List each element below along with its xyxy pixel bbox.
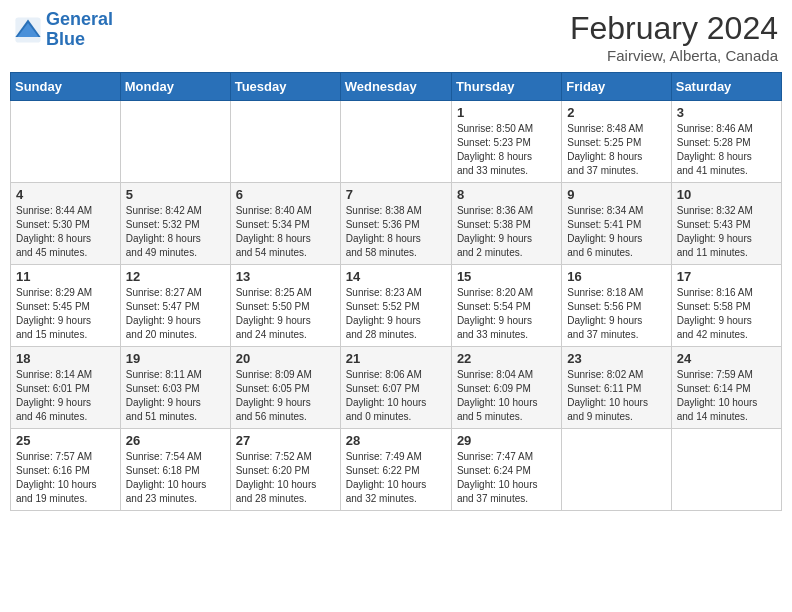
day-number: 19 <box>126 351 225 366</box>
calendar-cell: 23Sunrise: 8:02 AM Sunset: 6:11 PM Dayli… <box>562 347 671 429</box>
day-info: Sunrise: 7:47 AM Sunset: 6:24 PM Dayligh… <box>457 450 556 506</box>
calendar-cell: 14Sunrise: 8:23 AM Sunset: 5:52 PM Dayli… <box>340 265 451 347</box>
day-info: Sunrise: 8:23 AM Sunset: 5:52 PM Dayligh… <box>346 286 446 342</box>
day-info: Sunrise: 7:57 AM Sunset: 6:16 PM Dayligh… <box>16 450 115 506</box>
day-info: Sunrise: 8:20 AM Sunset: 5:54 PM Dayligh… <box>457 286 556 342</box>
logo: General Blue <box>14 10 113 50</box>
page-title: February 2024 <box>570 10 778 47</box>
day-number: 11 <box>16 269 115 284</box>
title-area: February 2024 Fairview, Alberta, Canada <box>570 10 778 64</box>
day-info: Sunrise: 8:42 AM Sunset: 5:32 PM Dayligh… <box>126 204 225 260</box>
calendar-table: SundayMondayTuesdayWednesdayThursdayFrid… <box>10 72 782 511</box>
calendar-cell: 20Sunrise: 8:09 AM Sunset: 6:05 PM Dayli… <box>230 347 340 429</box>
calendar-cell: 28Sunrise: 7:49 AM Sunset: 6:22 PM Dayli… <box>340 429 451 511</box>
day-number: 28 <box>346 433 446 448</box>
day-info: Sunrise: 8:38 AM Sunset: 5:36 PM Dayligh… <box>346 204 446 260</box>
calendar-cell: 17Sunrise: 8:16 AM Sunset: 5:58 PM Dayli… <box>671 265 781 347</box>
calendar-cell: 7Sunrise: 8:38 AM Sunset: 5:36 PM Daylig… <box>340 183 451 265</box>
calendar-week-1: 4Sunrise: 8:44 AM Sunset: 5:30 PM Daylig… <box>11 183 782 265</box>
day-number: 10 <box>677 187 776 202</box>
calendar-cell: 1Sunrise: 8:50 AM Sunset: 5:23 PM Daylig… <box>451 101 561 183</box>
calendar-cell: 24Sunrise: 7:59 AM Sunset: 6:14 PM Dayli… <box>671 347 781 429</box>
day-info: Sunrise: 8:36 AM Sunset: 5:38 PM Dayligh… <box>457 204 556 260</box>
day-info: Sunrise: 8:34 AM Sunset: 5:41 PM Dayligh… <box>567 204 665 260</box>
day-number: 12 <box>126 269 225 284</box>
day-info: Sunrise: 8:11 AM Sunset: 6:03 PM Dayligh… <box>126 368 225 424</box>
calendar-cell: 5Sunrise: 8:42 AM Sunset: 5:32 PM Daylig… <box>120 183 230 265</box>
day-info: Sunrise: 8:02 AM Sunset: 6:11 PM Dayligh… <box>567 368 665 424</box>
day-info: Sunrise: 8:04 AM Sunset: 6:09 PM Dayligh… <box>457 368 556 424</box>
day-number: 4 <box>16 187 115 202</box>
calendar-cell: 26Sunrise: 7:54 AM Sunset: 6:18 PM Dayli… <box>120 429 230 511</box>
header: General Blue February 2024 Fairview, Alb… <box>10 10 782 64</box>
calendar-cell: 9Sunrise: 8:34 AM Sunset: 5:41 PM Daylig… <box>562 183 671 265</box>
day-header-monday: Monday <box>120 73 230 101</box>
calendar-cell <box>671 429 781 511</box>
day-info: Sunrise: 8:44 AM Sunset: 5:30 PM Dayligh… <box>16 204 115 260</box>
day-info: Sunrise: 8:09 AM Sunset: 6:05 PM Dayligh… <box>236 368 335 424</box>
day-number: 3 <box>677 105 776 120</box>
day-info: Sunrise: 8:27 AM Sunset: 5:47 PM Dayligh… <box>126 286 225 342</box>
day-info: Sunrise: 7:52 AM Sunset: 6:20 PM Dayligh… <box>236 450 335 506</box>
day-number: 29 <box>457 433 556 448</box>
day-info: Sunrise: 8:16 AM Sunset: 5:58 PM Dayligh… <box>677 286 776 342</box>
day-number: 17 <box>677 269 776 284</box>
logo-icon <box>14 16 42 44</box>
day-number: 13 <box>236 269 335 284</box>
calendar-header-row: SundayMondayTuesdayWednesdayThursdayFrid… <box>11 73 782 101</box>
day-number: 2 <box>567 105 665 120</box>
day-info: Sunrise: 8:25 AM Sunset: 5:50 PM Dayligh… <box>236 286 335 342</box>
calendar-cell: 13Sunrise: 8:25 AM Sunset: 5:50 PM Dayli… <box>230 265 340 347</box>
day-header-saturday: Saturday <box>671 73 781 101</box>
day-number: 6 <box>236 187 335 202</box>
calendar-week-2: 11Sunrise: 8:29 AM Sunset: 5:45 PM Dayli… <box>11 265 782 347</box>
calendar-cell: 11Sunrise: 8:29 AM Sunset: 5:45 PM Dayli… <box>11 265 121 347</box>
calendar-cell: 25Sunrise: 7:57 AM Sunset: 6:16 PM Dayli… <box>11 429 121 511</box>
calendar-cell: 21Sunrise: 8:06 AM Sunset: 6:07 PM Dayli… <box>340 347 451 429</box>
day-number: 1 <box>457 105 556 120</box>
calendar-cell: 4Sunrise: 8:44 AM Sunset: 5:30 PM Daylig… <box>11 183 121 265</box>
day-number: 22 <box>457 351 556 366</box>
calendar-cell <box>230 101 340 183</box>
calendar-cell: 2Sunrise: 8:48 AM Sunset: 5:25 PM Daylig… <box>562 101 671 183</box>
day-number: 23 <box>567 351 665 366</box>
day-number: 5 <box>126 187 225 202</box>
calendar-cell: 3Sunrise: 8:46 AM Sunset: 5:28 PM Daylig… <box>671 101 781 183</box>
day-info: Sunrise: 7:54 AM Sunset: 6:18 PM Dayligh… <box>126 450 225 506</box>
calendar-cell: 18Sunrise: 8:14 AM Sunset: 6:01 PM Dayli… <box>11 347 121 429</box>
calendar-cell: 15Sunrise: 8:20 AM Sunset: 5:54 PM Dayli… <box>451 265 561 347</box>
day-info: Sunrise: 7:49 AM Sunset: 6:22 PM Dayligh… <box>346 450 446 506</box>
day-header-sunday: Sunday <box>11 73 121 101</box>
day-info: Sunrise: 8:06 AM Sunset: 6:07 PM Dayligh… <box>346 368 446 424</box>
day-info: Sunrise: 8:32 AM Sunset: 5:43 PM Dayligh… <box>677 204 776 260</box>
calendar-cell <box>562 429 671 511</box>
logo-line2: Blue <box>46 29 85 49</box>
calendar-cell <box>340 101 451 183</box>
calendar-cell: 29Sunrise: 7:47 AM Sunset: 6:24 PM Dayli… <box>451 429 561 511</box>
day-number: 9 <box>567 187 665 202</box>
logo-line1: General <box>46 9 113 29</box>
day-number: 18 <box>16 351 115 366</box>
calendar-cell <box>11 101 121 183</box>
calendar-cell: 16Sunrise: 8:18 AM Sunset: 5:56 PM Dayli… <box>562 265 671 347</box>
logo-text: General Blue <box>46 10 113 50</box>
calendar-week-3: 18Sunrise: 8:14 AM Sunset: 6:01 PM Dayli… <box>11 347 782 429</box>
day-number: 21 <box>346 351 446 366</box>
calendar-cell: 6Sunrise: 8:40 AM Sunset: 5:34 PM Daylig… <box>230 183 340 265</box>
day-info: Sunrise: 8:48 AM Sunset: 5:25 PM Dayligh… <box>567 122 665 178</box>
day-number: 7 <box>346 187 446 202</box>
day-info: Sunrise: 8:50 AM Sunset: 5:23 PM Dayligh… <box>457 122 556 178</box>
day-info: Sunrise: 8:29 AM Sunset: 5:45 PM Dayligh… <box>16 286 115 342</box>
calendar-cell: 22Sunrise: 8:04 AM Sunset: 6:09 PM Dayli… <box>451 347 561 429</box>
day-number: 14 <box>346 269 446 284</box>
day-header-friday: Friday <box>562 73 671 101</box>
calendar-week-4: 25Sunrise: 7:57 AM Sunset: 6:16 PM Dayli… <box>11 429 782 511</box>
day-number: 24 <box>677 351 776 366</box>
day-header-thursday: Thursday <box>451 73 561 101</box>
day-info: Sunrise: 8:14 AM Sunset: 6:01 PM Dayligh… <box>16 368 115 424</box>
day-info: Sunrise: 8:40 AM Sunset: 5:34 PM Dayligh… <box>236 204 335 260</box>
day-number: 8 <box>457 187 556 202</box>
calendar-cell: 19Sunrise: 8:11 AM Sunset: 6:03 PM Dayli… <box>120 347 230 429</box>
calendar-cell <box>120 101 230 183</box>
day-info: Sunrise: 7:59 AM Sunset: 6:14 PM Dayligh… <box>677 368 776 424</box>
